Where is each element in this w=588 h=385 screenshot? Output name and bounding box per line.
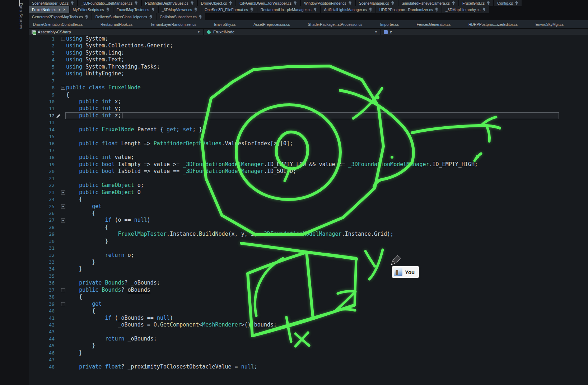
pin-icon[interactable] [151,8,155,12]
pin-icon[interactable] [191,1,194,5]
tab--3dmapviewer-cs[interactable]: _3DMapViewer.cs [159,6,201,13]
tab-config-cs[interactable]: Config.cs [494,0,522,6]
fold-collapse-icon[interactable]: − [61,219,65,222]
pin-icon[interactable] [435,8,438,12]
tab-restauranthook-cs[interactable]: RestaurantHook.cs [98,22,135,27]
tab-myeditorscripts-cs[interactable]: MyEditorScripts.cs [70,6,113,13]
tab--3dfoundatio-delmanager-cs[interactable]: _3DFoundatio...delManager.cs [78,0,141,6]
tab-pathfinderdepthvalues-cs[interactable]: PathfinderDepthValues.cs [142,0,197,6]
fold-collapse-icon[interactable]: − [61,191,65,194]
tab-restaurantho-plemanager-cs[interactable]: RestaurantHo...pleManager.cs [257,6,320,13]
fold-collapse-icon[interactable]: − [61,86,65,90]
tab-fruxelnode-cs[interactable]: FruxelNode.cs●× [29,6,69,13]
code-editor[interactable]: 1−using System;2using System.Collections… [29,35,588,385]
code-line-37: 37− public Bounds? oBounds [29,287,588,294]
tab-onesec3d-fileformat-cs[interactable]: OneSec3D_FileFormat.cs [201,6,257,13]
tab-scenemanager-02-cs[interactable]: SceneManager_02.cs [29,0,77,6]
line-number: 15 [29,133,57,140]
tab-droneorientationcontroller-cs[interactable]: DroneOrientationController.cs [30,22,85,27]
tab-fencesgenerator-cs[interactable]: FencesGenerator.cs [414,22,454,27]
tab-deliverysurfaceclasshelper-cs[interactable]: DeliverySurfaceClassHelper.cs [92,13,156,20]
code-text: public GameObject o; [66,182,144,189]
code-text: } [66,266,82,272]
pin-icon[interactable] [71,1,74,5]
tab-label: FencesGenerator.cs [417,22,451,27]
pin-icon[interactable] [229,1,232,5]
pin-icon[interactable] [294,1,297,5]
tab-citygen3dgen-torwrapper-cs[interactable]: CityGen3DGen...torWrapper.cs [236,0,300,6]
code-line-29: 29 FruxelMapTester.Instance.BuildNode(x,… [29,231,588,238]
tab-fruxelmaptester-cs[interactable]: FruxelMapTester.cs [113,6,158,13]
code-text: if (_oBounds == null) [66,315,173,321]
pin-icon[interactable] [482,8,486,12]
type-dropdown[interactable]: FruxelNode ▼ [204,29,381,35]
code-line-44: 44 return _oBounds; [29,335,588,342]
pin-icon[interactable] [314,8,317,12]
close-icon[interactable]: × [63,7,66,12]
project-dropdown[interactable]: Assembly-CSharp ▼ [29,29,204,35]
pin-icon[interactable] [149,15,153,19]
pin-icon[interactable] [391,1,395,5]
tab-assetpreprocessor-cs[interactable]: AssetPreprocessor.cs [251,22,293,27]
fold-gutter [61,163,65,166]
code-text: private float? _proximityToClosestObstac… [66,363,257,370]
member-dropdown[interactable]: z [381,29,588,35]
pin-icon[interactable] [135,1,138,5]
pin-icon[interactable] [452,1,455,5]
code-text: private Bounds? _oBounds; [66,280,160,286]
fold-collapse-icon[interactable]: − [61,288,65,292]
tab-label: _3DFoundatio...delManager.cs [81,1,132,5]
tab-generator2exportmaptools-cs[interactable]: Generator2ExportMapTools.cs [29,13,92,20]
pin-icon[interactable] [85,15,88,19]
pin-icon[interactable] [194,8,197,12]
line-number: 13 [29,119,57,126]
code-line-40: 40 { [29,307,588,314]
tab--3dmaphierarchy-cs[interactable]: _3DMapHierarchy.cs [442,6,489,13]
code-line-13: 13 [29,119,588,126]
tab-windowpositionfinder-cs[interactable]: WindowPositionFinder.cs [301,0,355,6]
fold-collapse-icon[interactable]: − [61,37,65,41]
tab-shaderpackage-stprocessor-cs[interactable]: ShaderPackage...stProcessor.cs [305,22,365,27]
tab-terrainlayerrandomizer-cs[interactable]: TerrainLayerRandomizer.cs [148,22,199,27]
line-number: 20 [29,168,57,175]
pin-icon[interactable] [369,8,372,12]
fold-gutter [61,344,65,348]
tab-enviroskymgr-cs[interactable]: EnviroSkyMgr.cs [533,22,566,27]
code-text: public bool IsSolid => value == _3DFound… [66,168,296,175]
tab-hdrppostproc-randomizer-cs[interactable]: HDRPPostproc...Randomizer.cs [376,6,442,13]
line-number: 4 [29,56,57,63]
tab-label: WindowPositionFinder.cs [304,1,346,5]
fold-collapse-icon[interactable]: − [61,302,65,306]
tab-importer-cs[interactable]: Importer.cs [377,22,402,27]
code-text: get [66,203,102,210]
line-number: 30 [29,238,57,245]
code-line-9: 9{ [29,91,588,98]
tab-simulatedfisheyecamera-cs[interactable]: SimulatedFisheyeCamera.cs [398,0,458,6]
code-text: { [66,210,95,217]
tab-hdrppostproc-izereditor-cs[interactable]: HDRPPostproc...izerEditor.cs [466,22,521,27]
fold-collapse-icon[interactable]: − [61,205,65,208]
fold-gutter [61,170,65,174]
code-line-3: 3using System.Linq; [29,50,588,56]
tab-scenemanager-cs[interactable]: SceneManager.cs [356,0,398,6]
pin-icon[interactable] [349,1,352,5]
line-number: 35 [29,273,57,280]
tab-label: DroneObject.cs [201,1,227,5]
pin-icon[interactable] [515,1,518,5]
pin-icon[interactable] [199,15,202,19]
fold-gutter [61,121,65,125]
tab-envirosky-cs[interactable]: EnviroSky.cs [211,22,239,27]
line-number: 5 [29,64,57,70]
tab-droneobject-cs[interactable]: DroneObject.cs [198,0,235,6]
pin-icon[interactable] [106,8,109,12]
code-line-41: 41 if (_oBounds == null) [29,315,588,321]
tab-fruxelgrid-cs[interactable]: FruxelGrid.cs [459,0,493,6]
fold-gutter [61,51,65,55]
data-sources-tab[interactable]: Data Sources [19,3,23,29]
pin-icon[interactable] [250,8,253,12]
tab-artificiallightsmanager-cs[interactable]: ArtificialLightsManager.cs [321,6,375,13]
pin-icon[interactable] [487,1,490,5]
tab-collisionsubscriber-cs[interactable]: CollisionSubscriber.cs [157,13,205,20]
tab-label: DroneOrientationController.cs [33,22,83,27]
code-line-25: 25− get [29,203,588,210]
